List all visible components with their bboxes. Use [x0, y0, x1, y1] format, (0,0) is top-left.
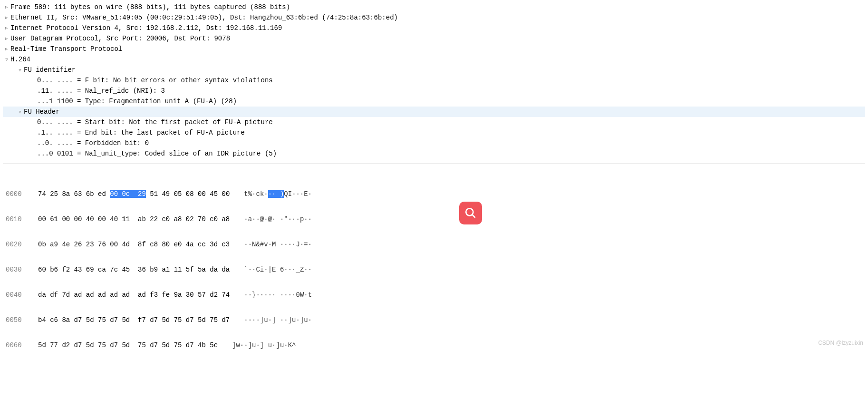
tree-frame[interactable]: Frame 589: 111 bytes on wire (888 bits),… [3, 2, 865, 12]
tree-fu-header[interactable]: FU Header [3, 107, 865, 117]
hex-highlight: 00 0c 29 [110, 190, 146, 198]
hex-row[interactable]: 00605d 77 d2 d7 5d 75 d7 5d 75 d7 5d 75 … [1, 341, 867, 351]
tree-label: Ethernet II, Src: VMware_51:49:05 (00:0c… [10, 12, 398, 23]
tree-ethernet[interactable]: Ethernet II, Src: VMware_51:49:05 (00:0c… [3, 12, 865, 23]
search-button[interactable] [459, 202, 482, 224]
tree-end-bit[interactable]: .1.. .... = End bit: the last packet of … [3, 127, 865, 138]
hex-offset: 0060 [1, 341, 32, 351]
hex-ascii: `··Ci·|E 6···_Z·· [230, 265, 312, 275]
hex-ascii: ··}····· ····0W·t [230, 290, 312, 300]
tree-h264[interactable]: H.264 [3, 54, 865, 65]
tree-label: ..0. .... = Forbidden bit: 0 [37, 138, 149, 148]
hex-bytes: b4 c6 8a d7 5d 75 d7 5d f7 d7 5d 75 d7 5… [32, 315, 230, 325]
hex-ascii: t%·ck··· )QI···E· [230, 189, 312, 199]
hex-bytes: 0b a9 4e 26 23 76 00 4d 8f c8 80 e0 4a c… [32, 240, 230, 250]
collapse-icon[interactable] [3, 54, 10, 65]
tree-label: User Datagram Protocol, Src Port: 20006,… [10, 33, 230, 44]
tree-label: ...1 1100 = Type: Fragmentation unit A (… [37, 96, 237, 107]
tree-type[interactable]: ...1 1100 = Type: Fragmentation unit A (… [3, 96, 865, 107]
magnify-icon [464, 207, 477, 219]
hex-offset: 0040 [1, 290, 32, 300]
svg-line-1 [472, 214, 475, 218]
tree-label: FU Header [24, 107, 60, 117]
tree-rtp[interactable]: Real-Time Transport Protocol [3, 44, 865, 54]
collapse-icon[interactable] [16, 65, 24, 75]
tree-label: 0... .... = Start bit: Not the first pac… [37, 117, 273, 127]
hex-bytes: 74 25 8a 63 6b ed 00 0c 29 51 49 05 08 0… [32, 189, 230, 199]
hex-row[interactable]: 0050b4 c6 8a d7 5d 75 d7 5d f7 d7 5d 75 … [1, 315, 867, 325]
hex-ascii: ]w··]u·] u·]u·K^ [218, 341, 296, 351]
hex-row[interactable]: 00200b a9 4e 26 23 76 00 4d 8f c8 80 e0 … [1, 240, 867, 250]
tree-label: H.264 [10, 54, 30, 65]
expand-icon[interactable] [3, 12, 10, 23]
tree-fu-identifier[interactable]: FU identifier [3, 65, 865, 75]
tree-nri[interactable]: .11. .... = Nal_ref_idc (NRI): 3 [3, 86, 865, 96]
hex-offset: 0010 [1, 214, 32, 224]
hex-bytes: 5d 77 d2 d7 5d 75 d7 5d 75 d7 5d 75 d7 4… [32, 341, 218, 351]
tree-nal-unit-type[interactable]: ...0 0101 = Nal_unit_type: Coded slice o… [3, 148, 865, 159]
packet-details-tree[interactable]: Frame 589: 111 bytes on wire (888 bits),… [3, 0, 865, 164]
tree-label: 0... .... = F bit: No bit errors or othe… [37, 75, 273, 86]
hex-ascii: ··N&#v·M ····J·=· [230, 240, 312, 250]
expand-icon[interactable] [3, 23, 10, 33]
ascii-highlight: ·· ) [268, 190, 284, 198]
hex-ascii: ····]u·] ··]u·]u· [230, 315, 312, 325]
hex-offset: 0000 [1, 189, 32, 199]
tree-label: .11. .... = Nal_ref_idc (NRI): 3 [37, 86, 165, 96]
tree-label: Frame 589: 111 bytes on wire (888 bits),… [10, 2, 290, 12]
hex-row[interactable]: 001000 61 00 00 40 00 40 11 ab 22 c0 a8 … [1, 214, 867, 224]
hex-bytes: 00 61 00 00 40 00 40 11 ab 22 c0 a8 02 7… [32, 214, 230, 224]
tree-ip[interactable]: Internet Protocol Version 4, Src: 192.16… [3, 23, 865, 33]
tree-label: ...0 0101 = Nal_unit_type: Coded slice o… [37, 148, 277, 159]
hex-ascii: ·a··@·@· ·"···p·· [230, 214, 312, 224]
tree-start-bit[interactable]: 0... .... = Start bit: Not the first pac… [3, 117, 865, 127]
hex-row[interactable]: 0000 74 25 8a 63 6b ed 00 0c 29 51 49 05… [1, 189, 867, 199]
tree-forbidden-bit[interactable]: ..0. .... = Forbidden bit: 0 [3, 138, 865, 148]
tree-f-bit[interactable]: 0... .... = F bit: No bit errors or othe… [3, 75, 865, 86]
hex-row[interactable]: 003060 b6 f2 43 69 ca 7c 45 36 b9 a1 11 … [1, 265, 867, 275]
tree-label: Real-Time Transport Protocol [10, 44, 122, 54]
expand-icon[interactable] [3, 44, 10, 54]
tree-label: FU identifier [24, 65, 76, 75]
watermark-text: CSDN @lzyzuixin [818, 340, 863, 346]
hex-offset: 0050 [1, 315, 32, 325]
expand-icon[interactable] [3, 33, 10, 44]
expand-icon[interactable] [3, 2, 10, 12]
tree-label: .1.. .... = End bit: the last packet of … [37, 127, 245, 138]
tree-label: Internet Protocol Version 4, Src: 192.16… [10, 23, 282, 33]
tree-udp[interactable]: User Datagram Protocol, Src Port: 20006,… [3, 33, 865, 44]
hex-bytes: 60 b6 f2 43 69 ca 7c 45 36 b9 a1 11 5f 5… [32, 265, 230, 275]
collapse-icon[interactable] [16, 107, 24, 117]
packet-bytes-hex[interactable]: 0000 74 25 8a 63 6b ed 00 0c 29 51 49 05… [0, 171, 868, 361]
hex-row[interactable]: 0040da df 7d ad ad ad ad ad ad f3 fe 9a … [1, 290, 867, 300]
hex-offset: 0030 [1, 265, 32, 275]
hex-offset: 0020 [1, 240, 32, 250]
svg-point-0 [466, 208, 473, 215]
hex-bytes: da df 7d ad ad ad ad ad ad f3 fe 9a 30 5… [32, 290, 230, 300]
